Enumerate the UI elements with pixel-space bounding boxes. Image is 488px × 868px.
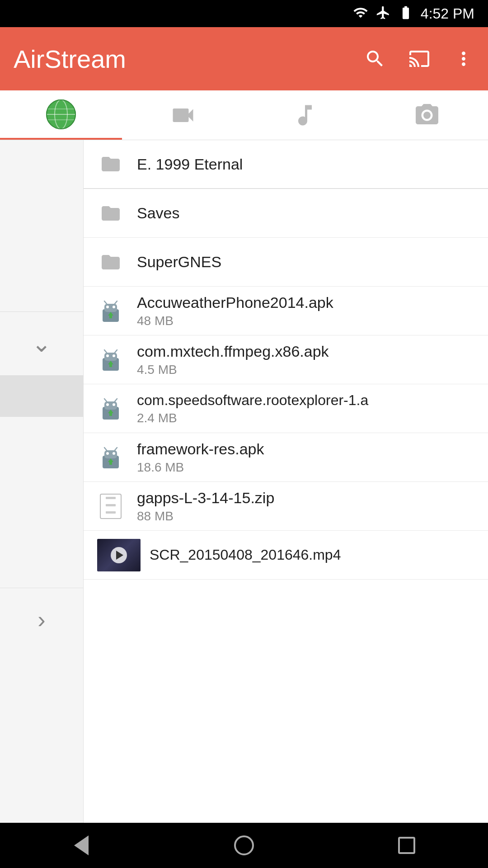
svg-line-11	[104, 301, 107, 304]
back-button[interactable]	[66, 830, 97, 861]
file-item-framework[interactable]: framework-res.apk 18.6 MB	[84, 433, 488, 482]
file-info-supergnes: SuperGNES	[137, 253, 474, 271]
file-info-ffmpeg: com.mxtech.ffmpeg.x86.apk 4.5 MB	[137, 342, 474, 377]
recents-button[interactable]	[391, 830, 422, 861]
zip-icon	[97, 493, 124, 520]
file-name-rootexplorer: com.speedsoftware.rootexplorer-1.a	[137, 392, 474, 409]
globe-icon	[46, 99, 76, 130]
folder-icon	[97, 249, 124, 276]
file-name-supergnes: SuperGNES	[137, 253, 474, 271]
svg-point-34	[113, 452, 115, 455]
svg-point-10	[113, 306, 115, 308]
svg-rect-16	[104, 353, 117, 361]
svg-line-35	[104, 448, 107, 450]
svg-line-28	[115, 399, 117, 401]
svg-point-25	[106, 403, 109, 406]
svg-line-20	[115, 350, 117, 353]
apk-icon	[97, 444, 124, 471]
svg-rect-32	[104, 450, 117, 458]
app-bar-icons	[364, 48, 474, 70]
main-content: ⌄ › E. 1999 Eternal	[0, 140, 488, 823]
file-name-e1999: E. 1999 Eternal	[137, 155, 474, 174]
file-name-gapps: gapps-L-3-14-15.zip	[137, 489, 474, 507]
file-size-gapps: 88 MB	[137, 509, 474, 524]
tab-video[interactable]	[122, 90, 244, 140]
app-title: AirStream	[14, 44, 364, 74]
sidebar-collapse-button[interactable]: ⌄	[0, 312, 83, 376]
file-info-saves: Saves	[137, 204, 474, 222]
apk-icon	[97, 346, 124, 373]
file-name-framework: framework-res.apk	[137, 440, 474, 458]
svg-point-26	[113, 403, 115, 406]
battery-icon	[398, 5, 413, 22]
sidebar: ⌄ ›	[0, 140, 84, 823]
status-bar: 4:52 PM	[0, 0, 488, 27]
more-options-button[interactable]	[453, 48, 474, 70]
svg-rect-24	[104, 401, 117, 410]
video-thumbnail	[97, 539, 141, 571]
file-info-accuweather: AccuweatherPhone2014.apk 48 MB	[137, 293, 474, 328]
file-size-ffmpeg: 4.5 MB	[137, 363, 474, 377]
svg-rect-14	[109, 316, 112, 318]
apk-icon	[97, 395, 124, 422]
file-item-saves[interactable]: Saves	[84, 189, 488, 238]
file-item-ffmpeg[interactable]: com.mxtech.ffmpeg.x86.apk 4.5 MB	[84, 335, 488, 384]
apk-icon	[97, 297, 124, 325]
svg-point-9	[106, 306, 109, 308]
file-info-rootexplorer: com.speedsoftware.rootexplorer-1.a 2.4 M…	[137, 392, 474, 425]
file-info-framework: framework-res.apk 18.6 MB	[137, 440, 474, 475]
file-info-gapps: gapps-L-3-14-15.zip 88 MB	[137, 489, 474, 524]
file-item-gapps[interactable]: gapps-L-3-14-15.zip 88 MB	[84, 482, 488, 531]
file-size-framework: 18.6 MB	[137, 460, 474, 475]
music-icon	[291, 102, 319, 129]
recents-icon	[398, 837, 415, 854]
cast-button[interactable]	[408, 48, 430, 70]
search-button[interactable]	[364, 48, 386, 70]
tab-web[interactable]	[0, 90, 122, 140]
svg-rect-44	[106, 511, 116, 514]
status-time: 4:52 PM	[421, 5, 474, 22]
home-button[interactable]	[228, 830, 260, 861]
folder-icon	[97, 200, 124, 227]
svg-rect-43	[106, 508, 116, 510]
home-icon	[234, 835, 254, 855]
file-name-accuweather: AccuweatherPhone2014.apk	[137, 293, 474, 312]
svg-rect-41	[106, 500, 116, 503]
file-item-e1999[interactable]: E. 1999 Eternal	[84, 140, 488, 189]
svg-line-27	[104, 399, 107, 401]
svg-line-12	[115, 301, 117, 304]
file-item-rootexplorer[interactable]: com.speedsoftware.rootexplorer-1.a 2.4 M…	[84, 384, 488, 433]
sidebar-highlight	[0, 376, 83, 416]
svg-rect-8	[104, 304, 117, 312]
file-info-scr: SCR_20150408_201646.mp4	[150, 546, 474, 563]
file-name-ffmpeg: com.mxtech.ffmpeg.x86.apk	[137, 342, 474, 361]
svg-line-19	[104, 350, 107, 353]
play-button-icon	[111, 547, 127, 563]
file-list: E. 1999 Eternal Saves SuperGNES	[84, 140, 488, 823]
tab-photo[interactable]	[366, 90, 488, 140]
video-icon	[169, 102, 197, 129]
chevron-right-icon: ›	[38, 606, 45, 633]
svg-rect-22	[109, 364, 112, 367]
svg-line-36	[115, 448, 117, 450]
svg-rect-30	[109, 413, 112, 416]
svg-point-17	[106, 354, 109, 357]
file-info-e1999: E. 1999 Eternal	[137, 155, 474, 174]
airplane-icon	[375, 5, 391, 22]
sidebar-expand-button[interactable]: ›	[0, 588, 83, 651]
file-item-scr[interactable]: SCR_20150408_201646.mp4	[84, 531, 488, 580]
svg-rect-40	[106, 497, 116, 499]
file-size-accuweather: 48 MB	[137, 314, 474, 328]
folder-icon	[97, 151, 124, 178]
svg-rect-45	[106, 515, 116, 517]
svg-rect-38	[109, 462, 112, 465]
file-item-supergnes[interactable]: SuperGNES	[84, 238, 488, 287]
chevron-down-icon: ⌄	[32, 330, 52, 357]
file-name-saves: Saves	[137, 204, 474, 222]
tab-bar	[0, 90, 488, 140]
wifi-icon	[353, 5, 368, 22]
tab-music[interactable]	[244, 90, 366, 140]
file-item-accuweather[interactable]: AccuweatherPhone2014.apk 48 MB	[84, 287, 488, 335]
svg-point-6	[423, 112, 431, 119]
back-icon	[74, 835, 89, 855]
